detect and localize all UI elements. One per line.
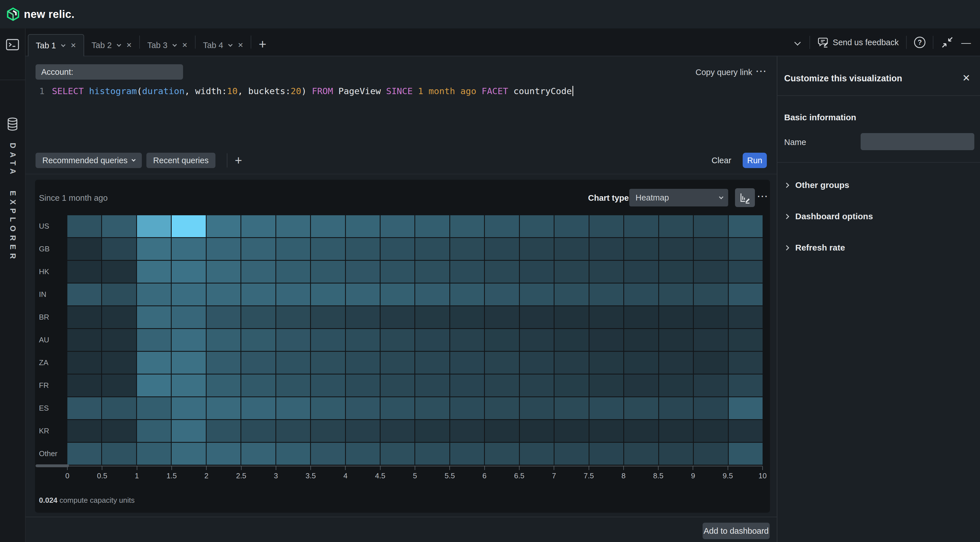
heatmap-cell[interactable]	[520, 215, 554, 237]
heatmap-cell[interactable]	[346, 261, 380, 283]
heatmap-cell[interactable]	[694, 443, 728, 465]
heatmap-cell[interactable]	[659, 215, 693, 237]
heatmap-cell[interactable]	[311, 420, 345, 442]
heatmap-cell[interactable]	[380, 284, 414, 305]
close-tab-icon[interactable]: ✕	[126, 42, 132, 49]
heatmap-cell[interactable]	[624, 238, 658, 260]
heatmap-cell[interactable]	[172, 215, 205, 237]
heatmap-cell[interactable]	[485, 284, 519, 305]
heatmap-cell[interactable]	[729, 284, 762, 305]
heatmap-cell[interactable]	[729, 329, 762, 351]
heatmap-cell[interactable]	[589, 397, 623, 419]
heatmap-cell[interactable]	[520, 306, 554, 328]
heatmap-cell[interactable]	[311, 284, 345, 305]
heatmap-cell[interactable]	[241, 261, 275, 283]
heatmap-cell[interactable]	[659, 306, 693, 328]
heatmap-cell[interactable]	[311, 443, 345, 465]
heatmap-cell[interactable]	[415, 420, 449, 442]
heatmap-cell[interactable]	[380, 375, 414, 396]
heatmap-cell[interactable]	[659, 443, 693, 465]
heatmap-cell[interactable]	[659, 329, 693, 351]
chevron-down-icon[interactable]	[117, 42, 121, 47]
heatmap-cell[interactable]	[102, 397, 136, 419]
heatmap-cell[interactable]	[276, 329, 310, 351]
heatmap-cell[interactable]	[137, 238, 171, 260]
heatmap-cell[interactable]	[485, 238, 519, 260]
heatmap-cell[interactable]	[276, 306, 310, 328]
heatmap-cell[interactable]	[694, 420, 728, 442]
heatmap-cell[interactable]	[207, 284, 240, 305]
heatmap-cell[interactable]	[311, 238, 345, 260]
heatmap-cell[interactable]	[241, 375, 275, 396]
heatmap-cell[interactable]	[346, 238, 380, 260]
heatmap-cell[interactable]	[555, 420, 588, 442]
heatmap-cell[interactable]	[380, 306, 414, 328]
heatmap-cell[interactable]	[555, 397, 588, 419]
heatmap-cell[interactable]	[380, 215, 414, 237]
heatmap-cell[interactable]	[380, 261, 414, 283]
query-console-icon[interactable]	[0, 39, 25, 51]
heatmap-cell[interactable]	[450, 215, 484, 237]
heatmap-cell[interactable]	[241, 284, 275, 305]
recent-queries-button[interactable]: Recent queries	[146, 153, 215, 168]
name-input[interactable]	[861, 133, 974, 150]
heatmap-cell[interactable]	[172, 306, 205, 328]
heatmap-cell[interactable]	[207, 215, 240, 237]
heatmap-cell[interactable]	[520, 261, 554, 283]
heatmap-cell[interactable]	[659, 238, 693, 260]
heatmap-cell[interactable]	[346, 329, 380, 351]
close-tab-icon[interactable]: ✕	[182, 42, 188, 49]
heatmap-cell[interactable]	[207, 306, 240, 328]
section-other-groups[interactable]: Other groups	[785, 180, 849, 190]
heatmap-cell[interactable]	[624, 261, 658, 283]
heatmap-cell[interactable]	[346, 215, 380, 237]
collapse-icon[interactable]	[941, 36, 954, 49]
heatmap-cell[interactable]	[137, 261, 171, 283]
heatmap-cell[interactable]	[694, 329, 728, 351]
heatmap-cell[interactable]	[485, 397, 519, 419]
heatmap-cell[interactable]	[207, 397, 240, 419]
heatmap-cell[interactable]	[589, 284, 623, 305]
heatmap-cell[interactable]	[102, 352, 136, 374]
heatmap-cell[interactable]	[241, 329, 275, 351]
heatmap-cell[interactable]	[589, 306, 623, 328]
heatmap-cell[interactable]	[450, 306, 484, 328]
heatmap-cell[interactable]	[520, 329, 554, 351]
heatmap-cell[interactable]	[450, 238, 484, 260]
heatmap-cell[interactable]	[589, 443, 623, 465]
heatmap-cell[interactable]	[729, 238, 762, 260]
heatmap-cell[interactable]	[276, 238, 310, 260]
heatmap-cell[interactable]	[415, 443, 449, 465]
heatmap-cell[interactable]	[729, 261, 762, 283]
section-dashboard-options[interactable]: Dashboard options	[785, 212, 873, 221]
heatmap-cell[interactable]	[694, 284, 728, 305]
heatmap-cell[interactable]	[172, 329, 205, 351]
heatmap-cell[interactable]	[67, 238, 101, 260]
heatmap-cell[interactable]	[241, 238, 275, 260]
heatmap-cell[interactable]	[346, 375, 380, 396]
heatmap-cell[interactable]	[311, 352, 345, 374]
heatmap-cell[interactable]	[137, 420, 171, 442]
heatmap-cell[interactable]	[102, 420, 136, 442]
heatmap-cell[interactable]	[555, 352, 588, 374]
heatmap-cell[interactable]	[311, 375, 345, 396]
heatmap-cell[interactable]	[659, 261, 693, 283]
heatmap-cell[interactable]	[589, 420, 623, 442]
account-selector[interactable]: Account:	[35, 64, 183, 80]
heatmap-cell[interactable]	[485, 261, 519, 283]
heatmap-cell[interactable]	[67, 215, 101, 237]
heatmap-cell[interactable]	[207, 375, 240, 396]
chevron-down-icon[interactable]	[61, 42, 66, 47]
heatmap-cell[interactable]	[555, 215, 588, 237]
heatmap-cell[interactable]	[67, 352, 101, 374]
heatmap-cell[interactable]	[137, 375, 171, 396]
heatmap-cell[interactable]	[485, 443, 519, 465]
copy-query-link-button[interactable]: Copy query link	[695, 68, 752, 77]
heatmap-cell[interactable]	[555, 306, 588, 328]
heatmap-cell[interactable]	[624, 420, 658, 442]
heatmap-cell[interactable]	[450, 352, 484, 374]
heatmap-cell[interactable]	[241, 352, 275, 374]
heatmap-cell[interactable]	[102, 329, 136, 351]
tab-4[interactable]: Tab 4 ✕	[196, 34, 251, 56]
heatmap-cell[interactable]	[346, 420, 380, 442]
